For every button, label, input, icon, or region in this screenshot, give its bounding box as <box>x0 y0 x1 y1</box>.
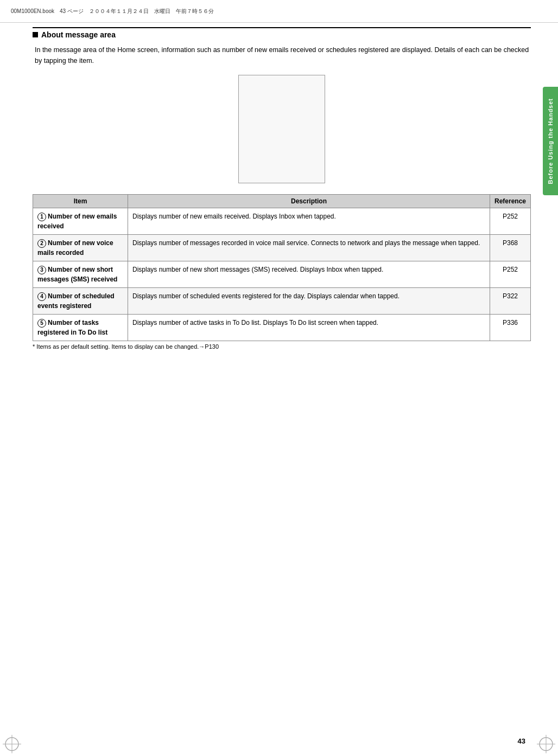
phone-image <box>238 75 325 183</box>
info-table: Item Description Reference 1Number of ne… <box>33 194 531 341</box>
table-row: 2Number of new voice mails recordedDispl… <box>33 235 531 261</box>
table-cell-reference: P252 <box>490 208 530 235</box>
main-content: About message area In the message area o… <box>33 27 531 729</box>
page-number: 43 <box>518 737 525 745</box>
corner-decoration-br <box>537 735 555 753</box>
table-row: 5Number of tasks registered in To Do lis… <box>33 315 531 341</box>
intro-text: In the message area of the Home screen, … <box>35 44 531 66</box>
sidebar-tab: Before Using the Handset <box>543 87 558 195</box>
section-header: About message area <box>33 27 531 39</box>
table-header-description: Description <box>128 195 490 208</box>
table-cell-reference: P322 <box>490 288 530 315</box>
header-bar: 00M1000EN.book 43 ページ ２００４年１１月２４日 水曜日 午前… <box>0 0 558 23</box>
table-cell-item: 3Number of new short messages (SMS) rece… <box>33 261 128 288</box>
table-row: 3Number of new short messages (SMS) rece… <box>33 261 531 288</box>
table-cell-description: Displays number of new emails received. … <box>128 208 490 235</box>
table-cell-description: Displays number of new short messages (S… <box>128 261 490 288</box>
table-cell-reference: P368 <box>490 235 530 261</box>
table-cell-description: Displays number of messages recorded in … <box>128 235 490 261</box>
table-header-reference: Reference <box>490 195 530 208</box>
table-cell-item: 2Number of new voice mails recorded <box>33 235 128 261</box>
table-cell-reference: P252 <box>490 261 530 288</box>
sidebar-tab-label: Before Using the Handset <box>547 98 554 184</box>
header-text: 00M1000EN.book 43 ページ ２００４年１１月２４日 水曜日 午前… <box>11 8 214 15</box>
corner-decoration-bl <box>3 735 21 753</box>
table-cell-item: 5Number of tasks registered in To Do lis… <box>33 315 128 341</box>
table-row: 4Number of scheduled events registeredDi… <box>33 288 531 315</box>
table-footnote: * Items as per default setting. Items to… <box>33 343 531 350</box>
table-row: 1Number of new emails receivedDisplays n… <box>33 208 531 235</box>
table-cell-item: 1Number of new emails received <box>33 208 128 235</box>
table-cell-reference: P336 <box>490 315 530 341</box>
page-container: 00M1000EN.book 43 ページ ２００４年１１月２４日 水曜日 午前… <box>0 0 558 756</box>
section-title: About message area <box>41 30 116 39</box>
table-cell-description: Displays number of scheduled events regi… <box>128 288 490 315</box>
table-cell-item: 4Number of scheduled events registered <box>33 288 128 315</box>
section-square-icon <box>33 32 38 37</box>
table-cell-description: Displays number of active tasks in To Do… <box>128 315 490 341</box>
table-header-item: Item <box>33 195 128 208</box>
